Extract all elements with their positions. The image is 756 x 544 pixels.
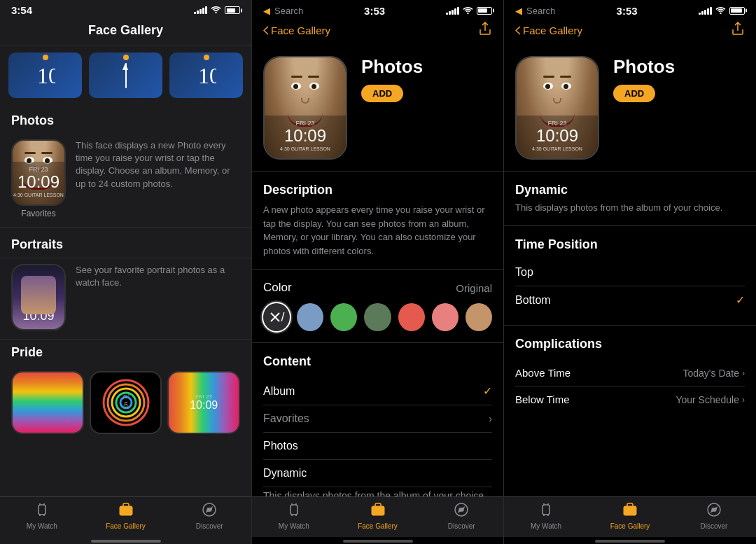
comp-title-3: Complications bbox=[515, 337, 745, 351]
tab-bar-1: My Watch Face Gallery Discover bbox=[0, 496, 251, 537]
tab-gallery-icon-2 bbox=[370, 501, 386, 521]
watch-face-label-1: Favorites bbox=[21, 209, 55, 218]
panel-photos-detail: ◀ Search 3:53 bbox=[252, 0, 504, 544]
face-thumb-3[interactable]: 10 bbox=[169, 53, 243, 98]
tab-discover-2[interactable]: Discover bbox=[419, 501, 503, 530]
panel1-scroll[interactable]: 10 10 Photos bbox=[0, 46, 251, 496]
tab-discover-icon-3 bbox=[706, 501, 722, 521]
status-icons-3 bbox=[699, 4, 745, 17]
tab-gallery-1[interactable]: Face Gallery bbox=[84, 501, 168, 530]
tab-mywatch-2[interactable]: My Watch bbox=[252, 501, 336, 530]
panel3-scroll[interactable]: beaver dam FRI 23 10:09 bbox=[504, 45, 756, 496]
option-fav-chevron: › bbox=[489, 413, 492, 424]
status-bar-2: ◀ Search 3:53 bbox=[252, 0, 503, 18]
swatch-green-2[interactable] bbox=[330, 303, 357, 331]
panel1-title: Face Gallery bbox=[88, 23, 163, 37]
comp-above-label: Above Time bbox=[515, 367, 570, 379]
swatch-pink-2[interactable] bbox=[432, 303, 458, 331]
section-desc-photos: This face displays a new Photo every tim… bbox=[76, 139, 240, 190]
tab-mywatch-label-2: My Watch bbox=[279, 522, 309, 530]
color-row-2: Color Original bbox=[263, 281, 492, 295]
tab-mywatch-3[interactable]: My Watch bbox=[504, 501, 588, 530]
color-swatches-2 bbox=[263, 303, 492, 331]
option-album[interactable]: Album ✓ bbox=[263, 377, 492, 405]
portrait-face: 10:09 bbox=[13, 265, 64, 329]
tp-top-label: Top bbox=[515, 266, 533, 279]
tab-discover-1[interactable]: Discover bbox=[167, 501, 251, 530]
nav-bar-3: Face Gallery bbox=[504, 18, 756, 45]
option-fav-label: Favorites bbox=[263, 412, 309, 425]
share-button-3[interactable] bbox=[731, 21, 745, 39]
comp-row-below[interactable]: Below Time Your Schedule › bbox=[515, 386, 745, 412]
nav-back-3[interactable]: Face Gallery bbox=[515, 25, 582, 36]
tab-bar-3: My Watch Face Gallery Discover bbox=[504, 496, 756, 537]
panel-face-gallery: 3:54 Face Gallery bbox=[0, 0, 252, 544]
signal-icon-1 bbox=[194, 6, 207, 14]
dw-time-1: 10:09 bbox=[18, 173, 59, 191]
panel2-scroll[interactable]: beaver dam FRI 23 10:09 bbox=[252, 45, 503, 496]
face-thumb-1[interactable]: 10 bbox=[8, 53, 82, 98]
tp-option-bottom[interactable]: Bottom ✓ bbox=[515, 286, 745, 314]
complications-section-3: Complications Above Time Today's Date › … bbox=[504, 325, 756, 424]
swatch-blue-2[interactable] bbox=[297, 303, 323, 331]
nav-back-label-3: Search bbox=[526, 6, 555, 16]
detail-watch-3: beaver dam FRI 23 10:09 bbox=[515, 56, 599, 160]
svg-rect-37 bbox=[624, 506, 636, 515]
tab-gallery-3[interactable]: Face Gallery bbox=[588, 501, 672, 530]
add-button-3[interactable]: ADD bbox=[613, 85, 655, 102]
tp-bottom-check: ✓ bbox=[736, 293, 745, 307]
tab-gallery-label-1: Face Gallery bbox=[106, 522, 146, 530]
faces-row: 10 10 bbox=[0, 46, 251, 105]
comp-below-value-row: Your Schedule › bbox=[676, 394, 745, 405]
status-icons-1 bbox=[194, 5, 240, 15]
comp-below-label: Below Time bbox=[515, 393, 570, 405]
nav-back-label-2: Search bbox=[274, 6, 303, 16]
nav-back-text-3: Face Gallery bbox=[523, 25, 582, 36]
watch-face-photos: FRI 23 10:09 4:30 GUITAR LESSON bbox=[13, 141, 64, 204]
status-time-2: 3:53 bbox=[364, 5, 385, 17]
section-label-pride: Pride bbox=[11, 345, 240, 365]
svg-point-31 bbox=[720, 13, 721, 14]
panel-photos-detail-3: ◀ Search 3:53 bbox=[504, 0, 756, 544]
pride-watch-2[interactable]: 6 72° bbox=[90, 371, 162, 434]
pride-watch-3[interactable]: FRI 23 10:09 bbox=[167, 371, 240, 434]
tab-mywatch-1[interactable]: My Watch bbox=[0, 501, 84, 530]
battery-icon-1 bbox=[225, 6, 240, 14]
tab-discover-3[interactable]: Discover bbox=[672, 501, 756, 530]
swatch-red-2[interactable] bbox=[398, 303, 425, 331]
share-button-2[interactable] bbox=[478, 21, 492, 39]
dw-time-2: 10:09 bbox=[284, 127, 326, 145]
tab-gallery-label-3: Face Gallery bbox=[610, 522, 650, 530]
nav-back-2[interactable]: Face Gallery bbox=[263, 25, 330, 36]
svg-marker-19 bbox=[206, 506, 213, 513]
option-dynamic[interactable]: Dynamic bbox=[263, 460, 492, 487]
tab-discover-label-2: Discover bbox=[448, 522, 475, 530]
tab-gallery-2[interactable]: Face Gallery bbox=[336, 501, 420, 530]
comp-above-value-row: Today's Date › bbox=[683, 368, 746, 379]
add-button-2[interactable]: ADD bbox=[361, 85, 403, 102]
watch-preview-portraits[interactable]: 10:09 bbox=[11, 264, 66, 330]
option-favorites[interactable]: Favorites › bbox=[263, 405, 492, 433]
comp-above-value: Today's Date bbox=[683, 368, 740, 379]
dynamic-section-3: Dynamic This displays photos from the al… bbox=[504, 172, 756, 225]
color-value-2: Original bbox=[456, 282, 492, 294]
status-bar-3: ◀ Search 3:53 bbox=[504, 0, 756, 18]
comp-row-above[interactable]: Above Time Today's Date › bbox=[515, 360, 745, 386]
home-indicator-3 bbox=[595, 540, 665, 543]
section-label-photos: Photos bbox=[0, 105, 251, 134]
pride-watch-1[interactable] bbox=[11, 371, 84, 434]
swatch-tan-2[interactable] bbox=[465, 303, 492, 331]
section-desc-portraits: See your favorite portrait photos as a w… bbox=[76, 264, 240, 289]
detail-title-area-3: Photos ADD bbox=[613, 56, 745, 102]
swatch-original-2[interactable] bbox=[263, 303, 290, 331]
watch-col-photos[interactable]: FRI 23 10:09 4:30 GUITAR LESSON Favorite… bbox=[11, 139, 66, 218]
photos-section: FRI 23 10:09 4:30 GUITAR LESSON Favorite… bbox=[0, 134, 251, 227]
tab-bar-2: My Watch Face Gallery Discover bbox=[252, 496, 503, 537]
tp-option-top[interactable]: Top bbox=[515, 259, 745, 286]
swatch-darkgreen-2[interactable] bbox=[364, 303, 391, 331]
face-thumb-2[interactable] bbox=[89, 53, 162, 98]
option-photos[interactable]: Photos bbox=[263, 433, 492, 460]
eyebrow-3 bbox=[543, 76, 571, 78]
tab-gallery-icon-3 bbox=[622, 501, 638, 521]
tp-bottom-label: Bottom bbox=[515, 294, 551, 307]
